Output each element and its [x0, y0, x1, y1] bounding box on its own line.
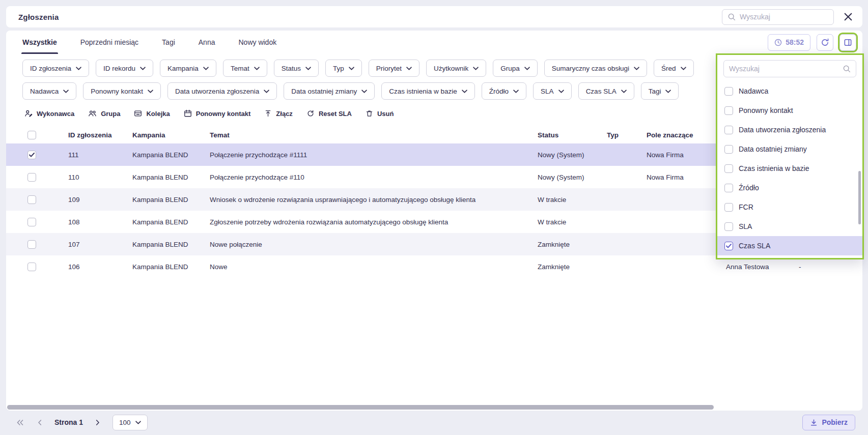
panel-item-checkbox[interactable] [724, 145, 733, 154]
select-all-checkbox[interactable] [27, 131, 36, 139]
action-ponowny-kontakt[interactable]: Ponowny kontakt [184, 109, 251, 118]
filter-chip-label: SLA [541, 88, 554, 95]
filter-chip-typ[interactable]: Typ [325, 60, 362, 77]
filter-chip-ponowny-kontakt[interactable]: Ponowny kontakt [83, 82, 161, 100]
column-header-pole-znaczace[interactable]: Pole znaczące [647, 131, 726, 139]
filter-chip-id-rekordu[interactable]: ID rekordu [96, 60, 153, 77]
filter-chip-label: Typ [333, 65, 344, 72]
search-icon [843, 65, 851, 73]
panel-item-list: NadawcaPonowny kontaktData utworzenia zg… [717, 81, 862, 255]
filter-chip-nadawca[interactable]: Nadawca [22, 82, 76, 100]
filter-chip-kampania[interactable]: Kampania [160, 60, 216, 77]
panel-scrollbar[interactable] [858, 171, 861, 224]
tab-nowy-widok[interactable]: Nowy widok [238, 31, 276, 54]
column-settings-button[interactable] [839, 34, 856, 51]
horizontal-scrollbar[interactable] [7, 405, 714, 410]
global-search[interactable] [722, 9, 834, 25]
column-header-temat[interactable]: Temat [210, 131, 538, 139]
filter-chip-uzytkownik[interactable]: Użytkownik [426, 60, 486, 77]
cell-id: 106 [68, 263, 132, 271]
filter-chip-tagi[interactable]: Tagi [641, 82, 679, 100]
filter-chip-label: Nadawca [30, 88, 59, 95]
next-page-button[interactable] [94, 418, 101, 427]
column-header-kampania[interactable]: Kampania [132, 131, 210, 139]
filter-chip-grupa[interactable]: Grupa [493, 60, 538, 77]
panel-item-checkbox[interactable] [724, 164, 733, 173]
filter-chip-temat[interactable]: Temat [223, 60, 267, 77]
filter-chip-sla[interactable]: SLA [533, 82, 572, 100]
tab-anna[interactable]: Anna [199, 31, 215, 54]
refresh-button[interactable] [817, 34, 833, 51]
column-header-typ[interactable]: Typ [607, 131, 647, 139]
filter-chip-data-utworzenia-zgloszenia[interactable]: Data utworzenia zgłoszenia [167, 82, 277, 100]
column-header-id-zgloszenia[interactable]: ID zgłoszenia [68, 131, 132, 139]
chevron-down-icon [558, 90, 564, 93]
panel-item-checkbox[interactable] [724, 87, 733, 96]
chevron-down-icon [513, 90, 519, 93]
row-checkbox[interactable] [27, 240, 36, 249]
cell-extra: - [799, 263, 862, 271]
row-checkbox[interactable] [27, 151, 36, 159]
filter-chip-id-zgloszenia[interactable]: ID zgłoszenia [22, 60, 89, 77]
filter-chip-sumaryczny-czas-obslugi[interactable]: Sumaryczny czas obsługi [544, 60, 647, 77]
panel-search-input[interactable] [729, 65, 838, 73]
panel-item-label: Źródło [739, 184, 759, 192]
panel-item-nadawca[interactable]: Nadawca [717, 81, 862, 101]
panel-item-czas-sla[interactable]: Czas SLA [717, 236, 862, 255]
panel-item-sla[interactable]: SLA [717, 217, 862, 236]
panel-item-zrodlo[interactable]: Źródło [717, 178, 862, 197]
cell-kampania: Kampania BLEND [132, 151, 210, 159]
filter-chip-label: Priorytet [376, 65, 402, 72]
panel-item-fcr[interactable]: FCR [717, 197, 862, 217]
filter-chip-czas-istnienia-w-bazie[interactable]: Czas istnienia w bazie [381, 82, 475, 100]
row-checkbox[interactable] [27, 173, 36, 182]
action-reset-sla[interactable]: Reset SLA [306, 109, 352, 118]
action-grupa[interactable]: Grupa [88, 109, 120, 118]
chevron-down-icon [473, 67, 479, 70]
panel-item-checkbox[interactable] [724, 222, 733, 231]
action-usun[interactable]: Usuń [366, 109, 394, 118]
download-button[interactable]: Pobierz [802, 415, 855, 430]
filter-chip-label: Data utworzenia zgłoszenia [175, 88, 259, 95]
action-wykonawca[interactable]: Wykonawca [24, 109, 74, 118]
panel-item-checkbox[interactable] [724, 242, 733, 250]
filter-chip-sred[interactable]: Śred [654, 60, 694, 77]
page-size-select[interactable]: 100 [113, 415, 148, 430]
panel-item-czas-istnienia-w-bazie[interactable]: Czas istnienia w bazie [717, 159, 862, 178]
cell-id: 110 [68, 173, 132, 181]
previous-page-button[interactable] [36, 418, 43, 427]
tab-wszystkie[interactable]: Wszystkie [22, 31, 57, 54]
first-page-button[interactable] [15, 418, 25, 427]
column-header-status[interactable]: Status [538, 131, 607, 139]
queue-icon [134, 109, 142, 118]
cell-kampania: Kampania BLEND [132, 263, 210, 271]
tab-tagi[interactable]: Tagi [162, 31, 175, 54]
panel-item-checkbox[interactable] [724, 184, 733, 192]
global-search-input[interactable] [740, 13, 832, 21]
row-checkbox[interactable] [27, 263, 36, 271]
filter-chip-zrodlo[interactable]: Źródło [482, 82, 526, 100]
filter-chip-status[interactable]: Status [274, 60, 319, 77]
filter-chip-czas-sla[interactable]: Czas SLA [578, 82, 634, 100]
panel-item-data-utworzenia-zgloszenia[interactable]: Data utworzenia zgłoszenia [717, 120, 862, 139]
row-checkbox[interactable] [27, 195, 36, 204]
chevron-left-icon [37, 419, 42, 426]
action-zlacz[interactable]: Złącz [264, 109, 293, 118]
panel-item-checkbox[interactable] [724, 106, 733, 115]
cell-temat: Połączenie przychodzące #110 [210, 173, 538, 181]
filter-chip-data-ostatniej-zmiany[interactable]: Data ostatniej zmiany [284, 82, 375, 100]
filter-chip-label: Czas SLA [586, 88, 617, 95]
close-button[interactable] [842, 11, 854, 23]
action-kolejka[interactable]: Kolejka [134, 109, 170, 118]
panel-item-data-ostatniej-zmiany[interactable]: Data ostatniej zmiany [717, 139, 862, 159]
panel-item-checkbox[interactable] [724, 126, 733, 134]
panel-search[interactable] [723, 60, 856, 77]
filter-chip-priorytet[interactable]: Priorytet [369, 60, 419, 77]
tab-poprzedni-miesiac[interactable]: Poprzedni miesiąc [80, 31, 138, 54]
panel-item-ponowny-kontakt[interactable]: Ponowny kontakt [717, 101, 862, 120]
panel-item-checkbox[interactable] [724, 203, 733, 212]
cell-temat: Wniosek o wdrożenie rozwiązania usprawni… [210, 196, 538, 204]
timer-button[interactable]: 58:52 [768, 34, 810, 51]
row-checkbox[interactable] [27, 218, 36, 226]
cell-temat: Zgłoszenie potrzeby wdrożenia rozwiązani… [210, 218, 538, 226]
